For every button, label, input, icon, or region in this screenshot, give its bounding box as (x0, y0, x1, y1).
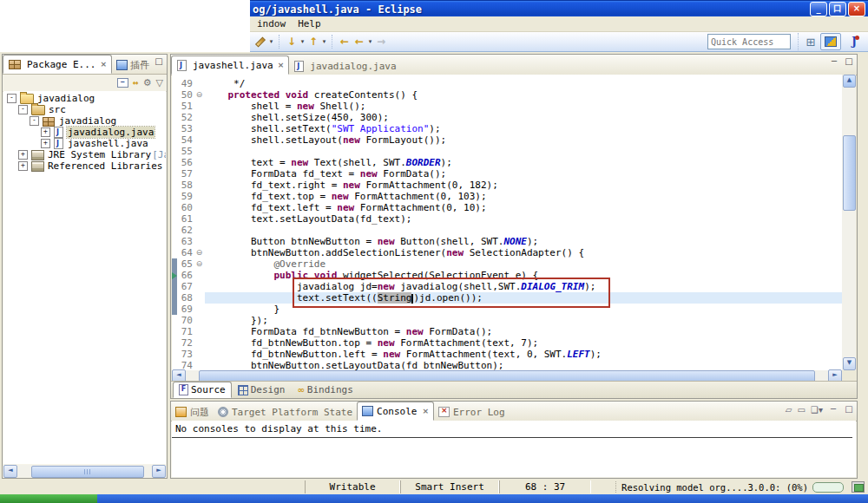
code-segment: FormData(); (424, 326, 492, 337)
code-line[interactable]: 52 shell.setSize(450, 300); (172, 112, 842, 123)
tab-target-platform-state[interactable]: Target Platform State (214, 403, 357, 421)
fold-gutter (194, 360, 205, 370)
maximize-view-icon[interactable]: □ (844, 57, 854, 67)
scroll-down-icon[interactable]: ▼ (843, 357, 856, 370)
progress-view-icon[interactable] (852, 481, 865, 493)
start-button[interactable] (0, 494, 97, 503)
tab-bindings[interactable]: ∞ Bindings (292, 382, 359, 398)
tab-source[interactable]: F Source (173, 382, 232, 398)
tab-problems[interactable]: 问题 (171, 403, 214, 421)
fold-marker-icon[interactable]: ⊖ (194, 258, 205, 270)
scroll-thumb[interactable] (31, 466, 144, 478)
fold-marker-icon[interactable]: ⊖ (194, 89, 205, 101)
javaee-perspective-button[interactable] (820, 33, 841, 50)
package-explorer-hscrollbar[interactable]: ◄ ► (3, 465, 166, 477)
minimize-view-icon[interactable]: ─ (139, 57, 149, 67)
collapse-icon[interactable]: - (30, 116, 39, 126)
collapse-icon[interactable]: - (18, 105, 28, 114)
scroll-thumb[interactable] (843, 135, 856, 211)
editor-vscrollbar[interactable]: ▲ ▼ (842, 75, 856, 370)
code-line[interactable]: 51 shell = new Shell(); (172, 101, 842, 112)
maximize-view-icon[interactable]: □ (844, 405, 854, 415)
tree-item-javashell-java[interactable]: +javashell.java (3, 138, 166, 149)
code-line[interactable]: 54 shell.setLayout(new FormLayout()); (172, 134, 842, 146)
open-console-icon[interactable]: ❑▾ (811, 405, 823, 415)
code-line[interactable]: 57 FormData fd_text = new FormData(); (172, 168, 842, 180)
code-line[interactable]: 71 FormData fd_btnNewButton = new FormDa… (172, 326, 842, 337)
tree-item-javadialog-java[interactable]: +javadialog.java (3, 127, 166, 138)
expand-icon[interactable]: + (41, 127, 50, 137)
code-line[interactable]: 70 }); (172, 315, 842, 326)
collapse-all-icon[interactable]: − (117, 78, 128, 88)
tab-console[interactable]: Console × (357, 402, 434, 421)
collapse-icon[interactable]: - (7, 94, 16, 103)
minimize-view-icon[interactable]: ─ (829, 57, 839, 67)
open-perspective-icon[interactable]: ⊞ (804, 35, 818, 49)
code-editor[interactable]: 49 */50⊖ protected void createContents()… (172, 75, 842, 370)
back-to-icon[interactable]: ← (338, 35, 352, 49)
previous-annotation-icon[interactable]: ↑ (306, 35, 320, 49)
code-line[interactable]: 64⊖ btnNewButton.addSelectionListener(ne… (172, 247, 842, 258)
tab-javadialog[interactable]: javadialog.java (289, 57, 400, 75)
code-line[interactable]: 58 fd_text.right = new FormAttachment(0,… (172, 180, 842, 191)
tree-item-jre-system-library[interactable]: +JRE System Library [JavaSE-1. (3, 149, 166, 160)
pin-console-icon[interactable]: ▱ (786, 405, 792, 415)
minimize-button[interactable]: _ (810, 2, 827, 16)
code-line[interactable]: 49 */ (172, 78, 842, 89)
tab-design[interactable]: Design (232, 382, 292, 398)
link-with-editor-icon[interactable]: ↔ (133, 77, 139, 88)
code-line[interactable]: 63 Button btnNewButton = new Button(shel… (172, 236, 842, 247)
tree-item-javadialog[interactable]: -javadialog (3, 93, 166, 104)
console-body[interactable]: No consoles to display at this time. (172, 421, 856, 477)
code-line[interactable]: 55 (172, 146, 842, 157)
chevron-down-icon[interactable]: ▾ (299, 35, 306, 49)
code-line[interactable]: 62 (172, 225, 842, 236)
chevron-down-icon[interactable]: ▾ (367, 35, 373, 49)
tab-error-log[interactable]: Error Log (434, 403, 510, 421)
tree-item-referenced-libraries[interactable]: +Referenced Libraries (3, 160, 166, 172)
focus-icon[interactable]: ⚙ (143, 77, 152, 88)
scroll-right-icon[interactable]: ► (152, 465, 166, 478)
code-line[interactable]: 56 text = new Text(shell, SWT.BORDER); (172, 157, 842, 168)
code-line[interactable]: 50⊖ protected void createContents() { (172, 89, 842, 101)
close-button[interactable]: × (848, 2, 865, 16)
tree-item-javadialog[interactable]: -javadialog (3, 115, 166, 127)
taskbar[interactable] (0, 494, 868, 503)
tree-item-src[interactable]: -src (3, 104, 166, 115)
close-icon[interactable]: × (100, 60, 107, 69)
tab-package-explorer[interactable]: Package E... × (3, 55, 112, 74)
expand-icon[interactable]: + (18, 150, 28, 160)
maximize-view-icon[interactable]: □ (154, 57, 164, 67)
menu-window[interactable]: indow (257, 18, 286, 29)
java-perspective-button[interactable]: J (844, 33, 865, 50)
expand-icon[interactable]: + (41, 139, 50, 148)
tab-javashell[interactable]: javashell.java × (171, 56, 289, 75)
code-line[interactable]: 61 text.setLayoutData(fd_text); (172, 213, 842, 225)
chevron-down-icon[interactable]: ▾ (268, 35, 274, 49)
code-line[interactable]: 73 fd_btnNewButton.left = new FormAttach… (172, 349, 842, 360)
chevron-down-icon[interactable]: ▾ (321, 35, 327, 49)
restore-button[interactable]: 口 (829, 2, 846, 16)
code-line[interactable]: 74 btnNewButton.setLayoutData(fd_btnNewB… (172, 360, 842, 370)
display-console-icon[interactable]: ▭ (798, 405, 806, 415)
quick-access-input[interactable] (707, 34, 791, 49)
close-icon[interactable]: × (278, 61, 285, 69)
code-line[interactable]: 72 fd_btnNewButton.top = new FormAttachm… (172, 337, 842, 349)
code-line[interactable]: 59 fd_text.top = new FormAttachment(0, 1… (172, 191, 842, 202)
view-menu-icon[interactable]: ▽ (156, 77, 163, 88)
code-line[interactable]: 65⊖ @Override (172, 258, 842, 270)
next-annotation-icon[interactable]: ↓ (285, 35, 299, 49)
code-line[interactable]: 60 fd_text.left = new FormAttachment(0, … (172, 202, 842, 213)
scroll-up-icon[interactable]: ▲ (843, 75, 856, 88)
menu-help[interactable]: Help (298, 18, 321, 29)
scroll-left-icon[interactable]: ◄ (3, 465, 17, 478)
last-edit-location-icon[interactable] (253, 35, 267, 49)
code-line[interactable]: 53 shell.setText("SWT Application"); (172, 123, 842, 134)
back-icon[interactable]: ← (352, 35, 366, 49)
forward-icon[interactable]: → (374, 35, 388, 49)
fold-marker-icon[interactable]: ⊖ (194, 247, 205, 258)
minimize-view-icon[interactable]: ─ (828, 405, 838, 415)
expand-icon[interactable]: + (18, 161, 28, 171)
close-icon[interactable]: × (422, 407, 429, 415)
window-titlebar[interactable]: og/javashell.java - Eclipse _ 口 × (250, 0, 868, 17)
